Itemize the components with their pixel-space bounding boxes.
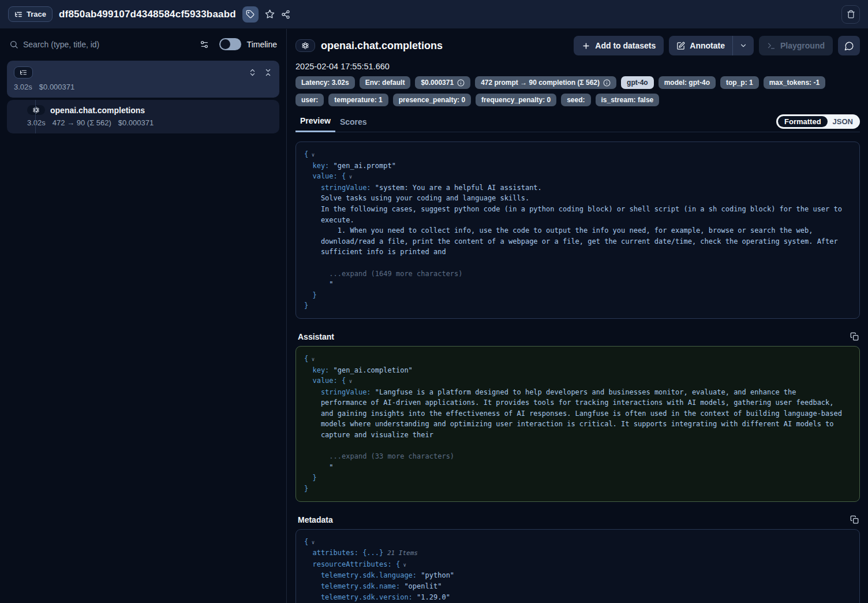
badge-is-stream: is_stream: false: [596, 94, 660, 106]
assistant-section-header: Assistant: [295, 332, 860, 341]
badge-row-2: user:temperature: 1presence_penalty: 0fr…: [295, 94, 860, 106]
trace-node-badge: [14, 66, 33, 79]
badge--0-000371: $0.000371: [415, 76, 470, 89]
code-line: In the following cases, suggest python c…: [304, 204, 851, 215]
star-button[interactable]: [265, 9, 275, 19]
copy-icon: [850, 515, 859, 524]
code-line: 1. When you need to collect info, use th…: [304, 225, 851, 236]
trace-cost: $0.000371: [39, 83, 74, 91]
code-line: download/read a file, print the content …: [304, 236, 851, 247]
code-line: }: [304, 300, 851, 311]
observation-node[interactable]: openai.chat.completions 3.02s 472 → 90 (…: [7, 100, 279, 133]
tag-button[interactable]: [242, 6, 259, 23]
info-icon: [457, 79, 465, 87]
badge-gpt-4o: gpt-4o: [621, 76, 654, 89]
view-formatted-button[interactable]: Formatted: [778, 116, 828, 127]
badge-row-1: Latency: 3.02sEnv: default$0.000371472 p…: [295, 76, 860, 89]
code-line: models where understanding and optimizin…: [304, 419, 851, 430]
observation-detail-panel: openai.chat.completions Add to datasets …: [287, 29, 868, 603]
timeline-label: Timeline: [247, 40, 277, 49]
tab-scores[interactable]: Scores: [335, 114, 372, 132]
pencil-square-icon: [676, 42, 685, 50]
observation-cost: $0.000371: [118, 118, 154, 127]
top-bar: Trace df850ab499107d4348584cf5933baabd: [0, 0, 868, 29]
code-line: execute.: [304, 215, 851, 226]
badge-model: model: gpt-4o: [659, 76, 716, 89]
trace-root-node[interactable]: 3.02s $0.000371: [7, 61, 279, 98]
expand-all-icon[interactable]: [248, 68, 257, 77]
search-input[interactable]: [23, 40, 195, 49]
filter-settings-icon[interactable]: [200, 40, 209, 49]
list-tree-icon: [20, 69, 27, 76]
trash-icon: [847, 10, 855, 18]
terminal-icon: [767, 42, 776, 50]
search-row: Timeline: [0, 37, 286, 56]
assistant-section-title: Assistant: [298, 332, 334, 341]
copy-icon: [850, 332, 859, 341]
code-line: attributes: {...} 21 Items: [304, 548, 851, 559]
observation-name: openai.chat.completions: [50, 106, 145, 115]
list-tree-icon: [14, 10, 23, 18]
metadata-code-block: { ∨ attributes: {...} 21 Items resourceA…: [295, 529, 860, 603]
collapse-all-icon[interactable]: [264, 68, 272, 77]
code-line: stringValue: "system: You are a helpful …: [304, 183, 851, 193]
badge-472-prompt-90-completion-562-: 472 prompt → 90 completion (Σ 562): [475, 76, 616, 89]
code-line: key: "gen_ai.prompt": [304, 161, 851, 172]
code-line: [304, 441, 851, 452]
add-to-datasets-button[interactable]: Add to datasets: [574, 36, 664, 55]
tabs: Preview Scores Formatted JSON: [295, 113, 860, 132]
page-title: openai.chat.completions: [321, 40, 443, 52]
badge-presence-penalty: presence_penalty: 0: [393, 94, 471, 106]
code-line: stringValue: "Langfuse is a platform des…: [304, 387, 851, 398]
share-button[interactable]: [281, 10, 290, 19]
annotate-dropdown-button[interactable]: [733, 36, 754, 55]
annotate-button[interactable]: Annotate: [669, 36, 732, 55]
observation-latency: 3.02s: [27, 118, 46, 127]
plus-icon: [582, 42, 590, 50]
code-line: telemetry.sdk.version: "1.29.0": [304, 592, 851, 603]
playground-button[interactable]: Playground: [759, 36, 833, 55]
code-line: { ∨: [304, 353, 851, 365]
code-line: ": [304, 279, 851, 290]
add-to-datasets-label: Add to datasets: [595, 41, 656, 50]
code-line: sufficient info is printed and: [304, 247, 851, 258]
delete-trace-button[interactable]: [841, 5, 860, 24]
observation-tokens: 472 → 90 (Σ 562): [53, 118, 111, 127]
copy-button[interactable]: [850, 332, 859, 341]
share-icon: [281, 10, 290, 19]
code-line: Solve tasks using your coding and langua…: [304, 193, 851, 204]
badge-latency: Latency: 3.02s: [295, 76, 355, 89]
view-mode-toggle: Formatted JSON: [776, 114, 860, 129]
comments-button[interactable]: [838, 36, 860, 55]
badge-env: Env: default: [360, 76, 411, 89]
timeline-toggle[interactable]: [219, 38, 241, 50]
badge-top-p: top_p: 1: [720, 76, 759, 89]
annotate-split-button: Annotate: [669, 36, 754, 55]
metadata-section-title: Metadata: [298, 515, 333, 524]
info-icon: [603, 79, 611, 87]
timestamp: 2025-02-04 17:55:51.660: [295, 62, 860, 71]
badge-frequency-penalty: frequency_penalty: 0: [476, 94, 556, 106]
openai-icon: [295, 39, 315, 52]
prompt-code-block: { ∨ key: "gen_ai.prompt" value: { ∨ stri…: [295, 142, 860, 319]
trace-tree-sidebar: Timeline 3.02s: [0, 29, 287, 603]
copy-button[interactable]: [850, 515, 859, 524]
code-line: }: [304, 290, 851, 301]
trace-id: df850ab499107d4348584cf5933baabd: [59, 9, 236, 20]
search-icon: [9, 40, 18, 49]
badge-temperature: temperature: 1: [328, 94, 388, 106]
code-line: ...expand (1649 more characters): [304, 269, 851, 280]
code-line: and gaining insights into the effectiven…: [304, 408, 851, 419]
view-json-button[interactable]: JSON: [828, 116, 858, 127]
toggle-knob: [220, 39, 230, 49]
code-line: telemetry.sdk.name: "openlit": [304, 581, 851, 592]
tab-preview[interactable]: Preview: [295, 113, 335, 132]
badge-user: user:: [295, 94, 324, 106]
annotate-label: Annotate: [690, 41, 725, 50]
code-line: }: [304, 483, 851, 494]
trace-latency: 3.02s: [14, 83, 32, 91]
code-line: key: "gen_ai.completion": [304, 365, 851, 376]
code-line: performance of AI-driven applications. I…: [304, 397, 851, 408]
code-line: value: { ∨: [304, 171, 851, 183]
code-line: ": [304, 462, 851, 473]
